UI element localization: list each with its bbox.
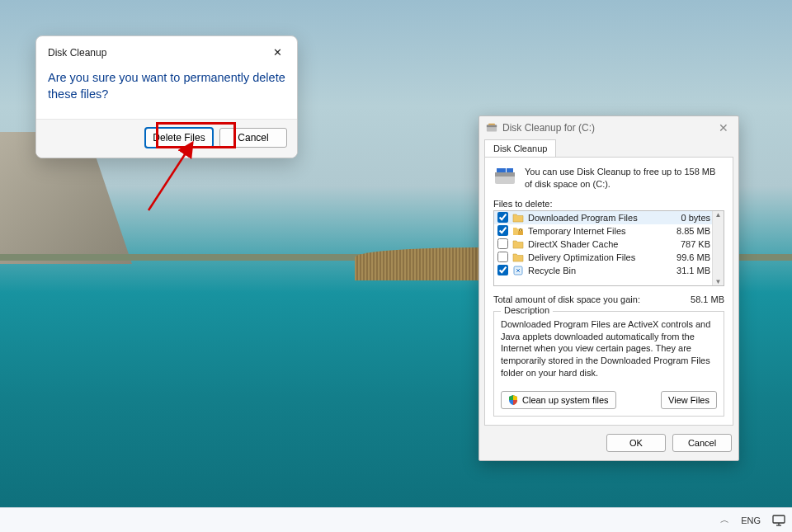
disk-cleanup-title: Disk Cleanup for (C:) [502,122,710,134]
file-item[interactable]: Temporary Internet Files8.85 MB [494,224,724,238]
folder-icon [512,212,524,224]
cancel-button[interactable]: Cancel [672,434,732,452]
disk-cleanup-icon [486,122,497,134]
file-item[interactable]: Recycle Bin31.1 MB [494,264,724,277]
confirm-dialog: Disk Cleanup ✕ Are you sure you want to … [35,35,298,158]
delete-files-button[interactable]: Delete Files [145,128,213,148]
recycle-icon [512,265,524,276]
lock-icon [512,225,524,237]
intro-text: You can use Disk Cleanup to free up to 1… [525,166,724,191]
file-item[interactable]: Downloaded Program Files0 bytes [494,211,724,224]
file-size: 8.85 MB [664,226,710,236]
shield-icon [508,395,518,405]
file-checkbox[interactable] [497,225,508,236]
monitor-icon[interactable] [772,515,785,526]
cleanup-system-files-button[interactable]: Clean up system files [501,391,616,409]
description-group: Description Downloaded Program Files are… [493,311,724,417]
disk-cleanup-panel: You can use Disk Cleanup to free up to 1… [484,157,733,426]
file-size: 787 KB [664,239,710,249]
scrollbar[interactable] [712,211,724,285]
description-legend: Description [501,305,553,315]
confirm-titlebar[interactable]: Disk Cleanup ✕ [36,36,297,65]
svg-rect-7 [518,231,523,235]
files-list[interactable]: Downloaded Program Files0 bytesTemporary… [493,210,724,286]
view-files-button[interactable]: View Files [661,391,717,409]
dialog-footer: OK Cancel [479,426,738,460]
description-text: Downloaded Program Files are ActiveX con… [501,318,717,379]
svg-rect-9 [773,516,785,523]
language-indicator[interactable]: ENG [741,516,761,525]
svg-rect-5 [497,168,506,172]
close-icon[interactable]: ✕ [266,43,289,62]
confirm-message: Are you sure you want to permanently del… [36,65,297,119]
file-size: 99.6 MB [664,252,710,262]
file-checkbox[interactable] [497,238,508,249]
confirm-title: Disk Cleanup [48,47,106,59]
cancel-button[interactable]: Cancel [219,128,287,148]
file-name: Downloaded Program Files [528,213,660,223]
file-name: Recycle Bin [528,266,660,275]
total-value: 58.1 MB [691,294,724,304]
folder-icon [512,238,524,250]
svg-rect-6 [507,168,513,172]
disk-cleanup-titlebar[interactable]: Disk Cleanup for (C:) ✕ [479,116,738,139]
tab-disk-cleanup[interactable]: Disk Cleanup [484,139,556,157]
taskbar[interactable]: ︿ ENG [0,507,792,532]
confirm-button-row: Delete Files Cancel [36,119,297,158]
total-label: Total amount of disk space you gain: [493,294,640,304]
file-item[interactable]: DirectX Shader Cache787 KB [494,238,724,251]
disk-cleanup-dialog: Disk Cleanup for (C:) ✕ Disk Cleanup You… [478,115,739,461]
file-size: 31.1 MB [664,266,710,275]
drive-icon [493,166,516,189]
cleanup-system-files-label: Clean up system files [522,395,609,405]
svg-rect-4 [495,172,515,177]
files-to-delete-label: Files to delete: [493,199,724,209]
close-icon[interactable]: ✕ [715,121,732,134]
file-name: Temporary Internet Files [528,226,660,236]
svg-rect-2 [487,125,497,128]
file-name: DirectX Shader Cache [528,239,660,249]
file-checkbox[interactable] [497,212,508,223]
file-size: 0 bytes [664,213,710,223]
file-name: Delivery Optimization Files [528,252,660,262]
folder-icon [512,252,524,263]
file-checkbox[interactable] [497,265,508,275]
file-item[interactable]: Delivery Optimization Files99.6 MB [494,251,724,264]
file-checkbox[interactable] [497,252,508,262]
tray-overflow-icon[interactable]: ︿ [720,514,729,526]
ok-button[interactable]: OK [606,434,666,452]
